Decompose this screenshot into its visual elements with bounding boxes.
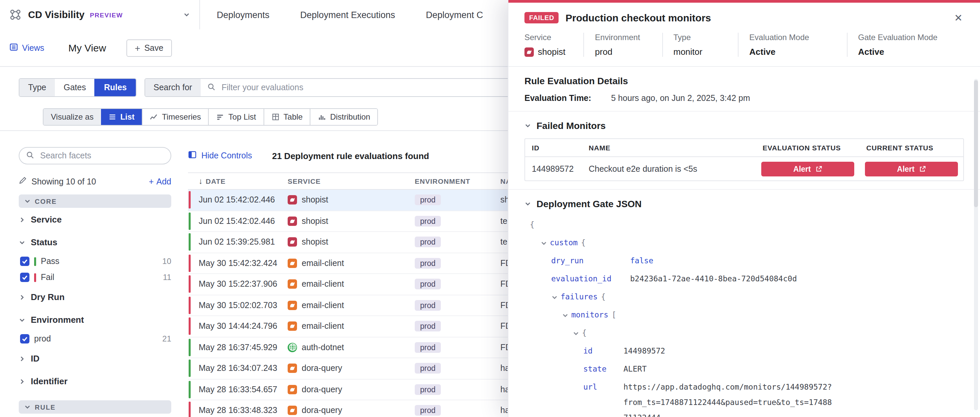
json-key: url	[583, 380, 621, 395]
facet-group-header-environment[interactable]: Environment	[19, 308, 171, 331]
json-key: dry_run	[551, 253, 627, 269]
pass-status-bar	[189, 233, 191, 251]
datadog-icon	[525, 47, 534, 57]
visualize-option-timeseries[interactable]: Timeseries	[142, 109, 208, 125]
facet-section-rule[interactable]: RULE	[19, 400, 171, 414]
chevron-down-icon[interactable]	[573, 325, 582, 341]
magnifier-icon	[207, 81, 215, 94]
row-status	[188, 297, 199, 314]
facet-group-header-gate-dry-run[interactable]: Gate Dry Run	[19, 414, 171, 417]
save-button[interactable]: + Save	[126, 39, 172, 57]
json-value: ALERT	[624, 362, 646, 377]
evaluation-time-row: Evaluation Time: 5 hours ago, on Jun 2, …	[525, 94, 964, 103]
distribution-icon	[318, 113, 326, 121]
topnav-item-deployment-c[interactable]: Deployment C	[426, 10, 483, 20]
facet-value-count: 11	[163, 273, 171, 282]
json-line: stateALERT	[525, 360, 964, 378]
topnav-item-deployment-executions[interactable]: Deployment Executions	[301, 10, 395, 20]
checkbox-checked-icon[interactable]	[20, 334, 29, 344]
gate-json-heading: Deployment Gate JSON	[536, 198, 641, 209]
column-header-environment[interactable]: ENVIRONMENT	[415, 177, 500, 185]
external-link-icon	[919, 165, 926, 172]
json-punct: {	[581, 235, 585, 251]
row-service: dora-query	[288, 385, 415, 394]
service-name: email-client	[302, 301, 344, 310]
json-line: evaluation_idb24236a1-72ae-4410-8bea-720…	[525, 270, 964, 288]
visualize-option-list[interactable]: List	[101, 109, 142, 125]
monitor-column-id: ID	[525, 144, 582, 152]
hide-controls-button[interactable]: Hide Controls	[188, 151, 252, 161]
close-icon[interactable]: ✕	[951, 11, 965, 24]
type-options: GatesRules	[55, 79, 135, 96]
facet-group-service: Service	[19, 208, 171, 231]
facet-value-count: 10	[162, 257, 171, 266]
chevron-right-icon	[19, 216, 25, 223]
column-header-date[interactable]: ↓DATE	[199, 176, 288, 186]
type-option-gates[interactable]: Gates	[55, 79, 95, 96]
facet-group-label: Service	[31, 214, 62, 225]
failed-monitors-toggle[interactable]: Failed Monitors	[525, 120, 964, 131]
panel-list-icon	[10, 43, 18, 53]
row-environment: prod	[415, 237, 500, 247]
app-switcher[interactable]: CD Visibility PREVIEW	[0, 0, 200, 29]
current-status-button[interactable]: Alert	[865, 162, 958, 176]
rule-evaluation-heading: Rule Evaluation Details	[525, 76, 964, 86]
facet-sections: COREServiceStatusPass10Fail11Dry RunEnvi…	[19, 195, 171, 417]
type-option-rules[interactable]: Rules	[95, 79, 135, 96]
json-key: custom	[550, 235, 578, 251]
json-line: urlhttps://app.datadoghq.com/monitors/14…	[525, 378, 964, 417]
facet-group-header-dry-run[interactable]: Dry Run	[19, 285, 171, 308]
column-header-label: ENVIRONMENT	[415, 177, 470, 185]
add-facet-button[interactable]: + Add	[149, 177, 171, 186]
panel-scrollbar[interactable]	[974, 79, 978, 410]
views-button[interactable]: Views	[10, 43, 44, 53]
facet-group-label: Status	[31, 237, 57, 247]
evaluations-filter-input[interactable]	[220, 82, 511, 93]
environment-tag: prod	[415, 342, 441, 353]
pencil-icon[interactable]	[19, 176, 27, 186]
fail-status-bar	[189, 297, 191, 314]
row-environment: prod	[415, 321, 500, 332]
row-status	[188, 360, 199, 377]
datadog-icon	[288, 195, 297, 205]
chevron-down-icon[interactable]	[541, 235, 550, 251]
chevron-down-icon[interactable]	[551, 289, 561, 305]
facet-group-header-status[interactable]: Status	[19, 231, 171, 253]
panel-scrollbar-thumb[interactable]	[974, 80, 978, 207]
facet-value-prod[interactable]: prod21	[19, 331, 171, 347]
evaluation-status-button[interactable]: Alert	[761, 162, 854, 176]
screenshot-viewport: CD Visibility PREVIEW DeploymentsDeploym…	[0, 0, 980, 417]
facet-group-header-identifier[interactable]: Identifier	[19, 369, 171, 392]
fail-status-bar	[189, 318, 191, 335]
chevron-down-icon[interactable]	[562, 308, 571, 323]
meta-gate-evaluation-mode: Gate Evaluation ModeActive	[846, 33, 964, 57]
row-service: shopist	[288, 217, 415, 226]
checkbox-checked-icon[interactable]	[20, 257, 29, 266]
save-label: Save	[144, 43, 163, 52]
visualize-option-top-list[interactable]: Top List	[208, 109, 264, 125]
visualize-option-distribution[interactable]: Distribution	[310, 109, 378, 125]
json-key: id	[583, 344, 621, 359]
service-name: auth-dotnet	[302, 343, 344, 352]
facet-value-pass[interactable]: Pass10	[19, 253, 171, 269]
row-status	[188, 381, 199, 398]
checkbox-checked-icon[interactable]	[20, 273, 29, 282]
facet-section-core[interactable]: CORE	[19, 195, 171, 208]
pass-status-bar	[189, 212, 191, 230]
gate-json-toggle[interactable]: Deployment Gate JSON	[525, 198, 964, 209]
facet-value-fail[interactable]: Fail11	[19, 269, 171, 285]
meta-label: Environment	[595, 33, 652, 42]
facet-search-input[interactable]	[39, 151, 164, 161]
column-header-service[interactable]: SERVICE	[288, 177, 415, 185]
service-name: shopist	[302, 195, 328, 205]
visualize-option-table[interactable]: Table	[264, 109, 310, 125]
row-service: email-client	[288, 280, 415, 289]
facet-group-identifier: Identifier	[19, 369, 171, 392]
add-facet-label: Add	[156, 177, 172, 186]
topnav-item-deployments[interactable]: Deployments	[217, 10, 270, 20]
row-status	[188, 192, 199, 209]
facet-group-header-id[interactable]: ID	[19, 347, 171, 369]
toplist-icon	[216, 113, 224, 121]
facet-group-header-service[interactable]: Service	[19, 208, 171, 231]
evaluation-detail-panel: FAILED Production checkout monitors ✕ Se…	[508, 0, 980, 417]
